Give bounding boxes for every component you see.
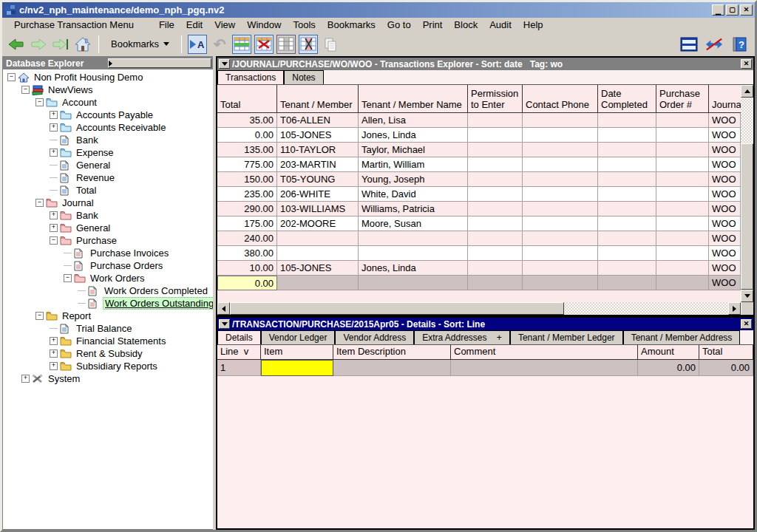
cell[interactable]: WOO: [709, 246, 741, 261]
cell[interactable]: [523, 143, 598, 157]
tab-tenant-member-ledger[interactable]: Tenant / Member Ledger: [510, 330, 623, 344]
cell[interactable]: [359, 246, 468, 261]
scroll-up-button[interactable]: [741, 85, 753, 98]
tree-toggle-icon[interactable]: +: [50, 123, 58, 132]
cell[interactable]: [468, 157, 523, 172]
bookmarks-dropdown-button[interactable]: Bookmarks: [105, 35, 175, 53]
cell[interactable]: 290.00: [217, 202, 277, 216]
tree-item-subsidiary-reports[interactable]: +Subsidiary Reports: [3, 360, 213, 372]
tree-item-general[interactable]: +General: [3, 222, 213, 234]
cell[interactable]: [656, 172, 709, 187]
menu-edit[interactable]: Edit: [180, 18, 208, 31]
scrollbar-thumb[interactable]: [230, 302, 564, 315]
cell[interactable]: [598, 128, 656, 143]
cell[interactable]: [656, 246, 709, 261]
menu-view[interactable]: View: [208, 18, 241, 31]
delete-column-button[interactable]: [299, 35, 318, 54]
cell[interactable]: [523, 113, 598, 128]
cell[interactable]: 35.00: [217, 113, 277, 128]
table-row[interactable]: 380.00WOO: [217, 246, 741, 261]
cell[interactable]: [277, 246, 359, 261]
cell[interactable]: WOO: [709, 261, 741, 276]
tree-item-total[interactable]: Total: [3, 184, 213, 197]
column-header-contact-phone[interactable]: Contact Phone: [523, 85, 598, 113]
table-row[interactable]: 775.00203-MARTINMartin, WilliamWOO: [217, 157, 741, 172]
explorer-expand-button[interactable]: [108, 58, 211, 68]
tree-item-bank[interactable]: Bank: [3, 134, 213, 146]
cell[interactable]: 0.00: [217, 276, 277, 290]
cell[interactable]: Allen, Lisa: [359, 113, 468, 128]
tree-item-journal[interactable]: −Journal: [3, 197, 213, 209]
cell[interactable]: 0.00: [699, 360, 753, 376]
cell[interactable]: WOO: [709, 113, 741, 128]
cell[interactable]: 203-MARTIN: [277, 157, 359, 172]
cell[interactable]: 110-TAYLOR: [277, 143, 359, 157]
tab-vendor-ledger[interactable]: Vendor Ledger: [261, 330, 336, 344]
cell[interactable]: [598, 172, 656, 187]
cell[interactable]: [656, 187, 709, 202]
scroll-left-button[interactable]: [217, 302, 230, 315]
tab-transactions[interactable]: Transactions: [217, 70, 284, 84]
cell[interactable]: [468, 246, 523, 261]
undo-button[interactable]: ↶: [210, 35, 229, 54]
tree-toggle-icon[interactable]: +: [50, 211, 58, 219]
table-row[interactable]: 0.00WOO: [217, 276, 741, 290]
table-row[interactable]: 10.00105-JONESJones, LindaWOO: [217, 261, 741, 276]
cell[interactable]: [523, 261, 598, 276]
cell[interactable]: [468, 113, 523, 128]
cell[interactable]: 175.00: [217, 216, 277, 231]
tree-toggle-icon[interactable]: +: [50, 149, 58, 157]
cell[interactable]: [333, 360, 451, 376]
home-button[interactable]: [73, 35, 92, 54]
tree-item-system[interactable]: +System: [3, 372, 213, 385]
insert-row-button[interactable]: [232, 35, 251, 54]
tree-toggle-icon[interactable]: −: [35, 312, 44, 320]
cell[interactable]: [656, 216, 709, 231]
cell[interactable]: [598, 187, 656, 202]
cell[interactable]: WOO: [709, 202, 741, 216]
cell[interactable]: [523, 187, 598, 202]
cell[interactable]: 135.00: [217, 143, 277, 157]
scrollbar-thumb[interactable]: [741, 143, 753, 290]
cell[interactable]: WOO: [709, 216, 741, 231]
cell[interactable]: [468, 261, 523, 276]
cell[interactable]: [598, 276, 656, 290]
panel-menu-button[interactable]: [219, 59, 230, 69]
cell[interactable]: [523, 246, 598, 261]
tree-toggle-icon[interactable]: −: [21, 86, 30, 94]
vertical-scrollbar[interactable]: [741, 85, 753, 302]
tree-item-newviews[interactable]: −NewViews: [3, 83, 213, 96]
cell[interactable]: 0.00: [217, 128, 277, 143]
tree-toggle-icon[interactable]: +: [50, 111, 58, 119]
tab-notes[interactable]: Notes: [284, 70, 323, 84]
cell[interactable]: WOO: [709, 128, 741, 143]
cell[interactable]: [523, 231, 598, 246]
cell[interactable]: T06-ALLEN: [277, 113, 359, 128]
unsplit-window-button[interactable]: [705, 35, 724, 54]
scroll-down-button[interactable]: [741, 290, 753, 302]
column-header-total[interactable]: Total: [699, 345, 753, 360]
tree-item-purchase-invoices[interactable]: Purchase Invoices: [3, 247, 213, 259]
tree-item-general[interactable]: General: [3, 159, 213, 171]
cell[interactable]: [468, 202, 523, 216]
cell[interactable]: [523, 128, 598, 143]
column-header-comment[interactable]: Comment: [451, 345, 638, 360]
cell[interactable]: 10.00: [217, 261, 277, 276]
cell[interactable]: 775.00: [217, 157, 277, 172]
cell[interactable]: [656, 261, 709, 276]
cell[interactable]: Moore, Susan: [359, 216, 468, 231]
tree-toggle-icon[interactable]: +: [50, 337, 58, 345]
menu-tools[interactable]: Tools: [287, 18, 321, 31]
tree-toggle-icon[interactable]: +: [50, 349, 58, 358]
cell[interactable]: [523, 202, 598, 216]
cell[interactable]: WOO: [709, 172, 741, 187]
tree-toggle-icon[interactable]: −: [7, 73, 16, 81]
tab-tenant-member-address[interactable]: Tenant / Member Address: [623, 330, 741, 344]
cell[interactable]: WOO: [709, 143, 741, 157]
maximize-button[interactable]: ▢: [726, 4, 739, 16]
cell[interactable]: [468, 128, 523, 143]
cell[interactable]: 380.00: [217, 246, 277, 261]
cell[interactable]: [277, 231, 359, 246]
panel-menu-button[interactable]: [219, 319, 230, 329]
cell[interactable]: T05-YOUNG: [277, 172, 359, 187]
